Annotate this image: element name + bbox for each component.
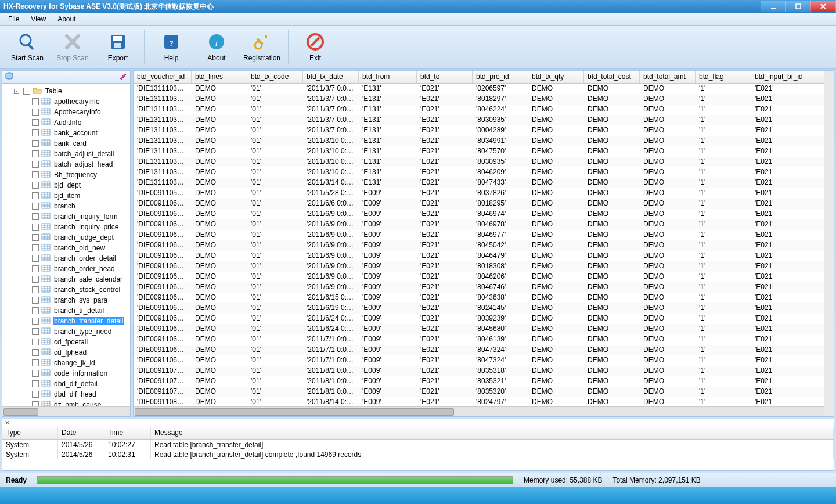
collapse-icon[interactable]: - — [14, 89, 19, 94]
checkbox[interactable] — [32, 286, 39, 293]
tree-item[interactable]: bank_card — [3, 138, 129, 149]
table-row[interactable]: 'DIE0091106009...DEMO'01''2011/6/9 0:00:… — [134, 282, 824, 293]
table-row[interactable]: 'DIE0091106051...DEMO'01''2011/7/1 0:00:… — [134, 334, 824, 345]
column-header[interactable]: btd_voucher_id — [134, 71, 192, 83]
checkbox[interactable] — [32, 339, 39, 345]
checkbox[interactable] — [32, 370, 39, 377]
table-row[interactable]: 'DIE0091108018...DEMO'01''2011/8/14 0:0.… — [134, 397, 824, 406]
checkbox[interactable] — [32, 401, 39, 406]
table-row[interactable]: 'DIE0091106009...DEMO'01''2011/6/9 0:00:… — [134, 240, 824, 251]
log-column-header[interactable]: Time — [105, 427, 151, 439]
checkbox[interactable] — [32, 391, 39, 398]
tree-hscroll[interactable] — [2, 406, 130, 416]
table-row[interactable]: 'DIE0091106009...DEMO'01''2011/6/9 0:00:… — [134, 230, 824, 240]
tree-item[interactable]: cd_fphead — [3, 347, 129, 358]
table-row[interactable]: 'DIE0091106052...DEMO'01''2011/7/1 0:00:… — [134, 345, 824, 355]
maximize-button[interactable] — [785, 1, 811, 12]
column-header[interactable]: btd_lines — [192, 71, 247, 83]
exit-button[interactable]: Exit — [294, 28, 337, 66]
tree-item[interactable]: dz_bmb_cause — [3, 399, 129, 406]
table-row[interactable]: 'DIE1311103015...DEMO'01''2011/3/14 0:0.… — [134, 178, 824, 188]
tree-item[interactable]: branch_transfer_detail — [3, 316, 129, 326]
title-bar[interactable]: HX-Recovery for Sybase ASE V3.0(测试版) 北京华… — [0, 0, 836, 13]
checkbox[interactable] — [32, 150, 39, 157]
checkbox[interactable] — [32, 192, 39, 199]
tree-item[interactable]: bjd_item — [3, 190, 129, 201]
tree-item[interactable]: bank_account — [3, 128, 129, 138]
tree-root[interactable]: - Table — [3, 86, 129, 96]
checkbox[interactable] — [32, 213, 39, 220]
about-button[interactable]: i About — [195, 28, 238, 66]
table-row[interactable]: 'DIE0091106009...DEMO'01''2011/6/9 0:00:… — [134, 261, 824, 272]
table-row[interactable]: 'DIE1311103008...DEMO'01''2011/3/7 0:00:… — [134, 125, 824, 136]
checkbox[interactable] — [32, 140, 39, 147]
grid-body[interactable]: 'DIE1311103004...DEMO'01''2011/3/7 0:00:… — [134, 84, 824, 406]
table-row[interactable]: 'DIE0091106009...DEMO'01''2011/6/9 0:00:… — [134, 219, 824, 230]
table-row[interactable]: 'DIE0091106022...DEMO'01''2011/6/15 0:0.… — [134, 293, 824, 303]
column-header[interactable]: btd_tx_date — [303, 71, 359, 83]
checkbox[interactable] — [32, 109, 39, 116]
registration-button[interactable]: Registration — [240, 28, 283, 66]
tree-item[interactable]: cd_fpdetail — [3, 337, 129, 347]
column-header[interactable]: btd_total_amt — [640, 71, 696, 83]
checkbox[interactable] — [32, 255, 39, 262]
start-scan-button[interactable]: Start Scan — [6, 28, 49, 66]
checkbox[interactable] — [32, 349, 39, 356]
checkbox[interactable] — [32, 182, 39, 189]
table-row[interactable]: 'DIE1311103013...DEMO'01''2011/3/10 0:0.… — [134, 157, 824, 167]
column-header[interactable]: btd_to — [417, 71, 473, 83]
tree-item[interactable]: dbd_dif_head — [3, 389, 129, 399]
help-button[interactable]: ? Help — [150, 28, 193, 66]
menu-about[interactable]: About — [52, 14, 81, 24]
tree-item[interactable]: bjd_dept — [3, 180, 129, 190]
minimize-button[interactable] — [761, 1, 786, 12]
table-row[interactable]: 'DIE0091106039...DEMO'01''2011/6/24 0:0.… — [134, 324, 824, 334]
tree-item[interactable]: ApothecaryInfo — [3, 107, 129, 117]
checkbox[interactable] — [32, 119, 39, 126]
tree-item[interactable]: change_jk_id — [3, 358, 129, 368]
table-row[interactable]: 'DIE0091106053...DEMO'01''2011/7/1 0:00:… — [134, 355, 824, 366]
brush-icon[interactable] — [118, 72, 128, 82]
column-header[interactable]: btd_tx_qty — [528, 71, 584, 83]
log-column-header[interactable]: Type — [2, 427, 58, 439]
tree-item[interactable]: branch_order_detail — [3, 253, 129, 264]
table-row[interactable]: 'DIE0091105054...DEMO'01''2011/5/28 0:0.… — [134, 188, 824, 199]
table-row[interactable]: 'DIE0091107031...DEMO'01''2011/8/1 0:00:… — [134, 387, 824, 397]
table-row[interactable]: 'DIE1311103014...DEMO'01''2011/3/10 0:0.… — [134, 167, 824, 178]
tree-item[interactable]: branch_tr_detail — [3, 305, 129, 316]
tree-item[interactable]: branch_old_new — [3, 243, 129, 253]
table-row[interactable]: 'DIE1311103009...DEMO'01''2011/3/10 0:0.… — [134, 136, 824, 146]
checkbox[interactable] — [23, 88, 30, 95]
tree-item[interactable]: batch_adjust_detail — [3, 149, 129, 159]
checkbox[interactable] — [32, 297, 39, 304]
checkbox[interactable] — [32, 171, 39, 178]
table-row[interactable]: 'DIE1311103010...DEMO'01''2011/3/10 0:0.… — [134, 146, 824, 157]
tree-item[interactable]: branch_order_head — [3, 264, 129, 274]
tree-item[interactable]: branch_inquiry_price — [3, 222, 129, 232]
table-row[interactable]: 'DIE0091106009...DEMO'01''2011/6/9 0:00:… — [134, 272, 824, 282]
table-row[interactable]: 'DIE0091106027...DEMO'01''2011/6/19 0:0.… — [134, 303, 824, 314]
log-column-header[interactable]: Date — [58, 427, 105, 439]
checkbox[interactable] — [32, 129, 39, 136]
tree-item[interactable]: AuditInfo — [3, 117, 129, 128]
table-row[interactable]: 'DIE0091106037...DEMO'01''2011/6/24 0:0.… — [134, 314, 824, 324]
checkbox[interactable] — [32, 276, 39, 283]
checkbox[interactable] — [32, 307, 39, 314]
checkbox[interactable] — [32, 203, 39, 210]
log-body[interactable]: System2014/5/2610:02:27Read table [branc… — [2, 440, 834, 470]
checkbox[interactable] — [32, 265, 39, 272]
column-header[interactable]: btd_tx_code — [247, 71, 303, 83]
tree-item[interactable]: Bh_frequency — [3, 170, 129, 180]
menu-file[interactable]: File — [2, 14, 25, 24]
column-header[interactable]: btd_input_br_id — [751, 71, 809, 83]
column-header[interactable]: btd_from — [359, 71, 417, 83]
checkbox[interactable] — [32, 328, 39, 335]
checkbox[interactable] — [32, 359, 39, 366]
grid-hscroll[interactable] — [134, 406, 824, 416]
menu-view[interactable]: View — [25, 14, 52, 24]
checkbox[interactable] — [32, 98, 39, 105]
table-row[interactable]: 'DIE0091106009...DEMO'01''2011/6/9 0:00:… — [134, 251, 824, 261]
column-header[interactable]: btd_total_cost — [584, 71, 640, 83]
checkbox[interactable] — [32, 244, 39, 251]
tree-item[interactable]: branch_sale_calendar — [3, 274, 129, 285]
